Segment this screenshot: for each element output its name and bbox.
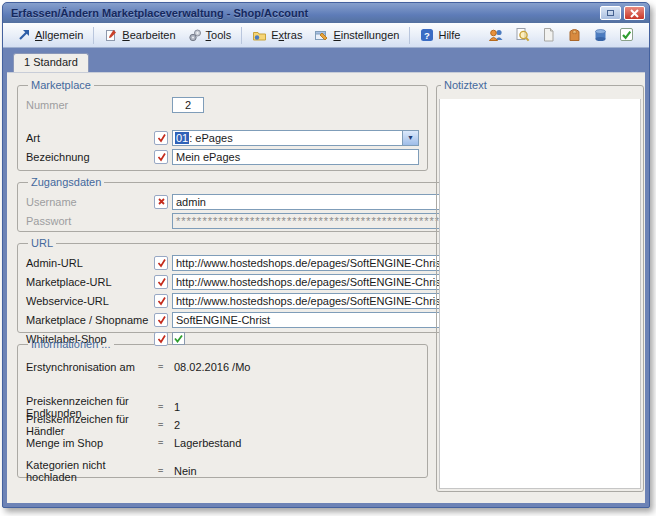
marketplace-url-field[interactable]: http://www.hostedshops.de/epages/SoftENG… xyxy=(172,274,481,290)
group-marketplace: Marketplace Nummer 2 Art xyxy=(17,79,428,171)
group-informationen: Informationen ... Erstynchronisation am … xyxy=(17,338,428,478)
group-notiztext: Notiztext xyxy=(436,79,644,492)
close-icon xyxy=(630,9,639,18)
notiztext-area[interactable] xyxy=(439,99,641,489)
info-value: 1 xyxy=(174,401,180,413)
menu-extras[interactable]: Extras xyxy=(246,26,308,44)
checkmark-icon xyxy=(173,333,184,344)
info-value: 08.02.2016 /Mo xyxy=(174,361,250,373)
admin-url-label: Admin-URL xyxy=(26,257,154,269)
shopname-label: Marketplace / Shopname xyxy=(26,314,154,326)
window-title: Erfassen/Ändern Marketplaceverwaltung - … xyxy=(11,7,597,19)
webservice-url-label: Webservice-URL xyxy=(26,295,154,307)
svg-text:?: ? xyxy=(425,30,431,41)
menu-bar: Allgemein Bearbeiten Tools E xyxy=(3,23,649,48)
document-icon[interactable] xyxy=(540,27,557,44)
equals-icon: = xyxy=(158,362,174,372)
search-icon[interactable] xyxy=(514,27,531,44)
equals-icon: = xyxy=(158,402,174,412)
bezeichnung-label: Bezeichnung xyxy=(26,151,154,163)
menu-bearbeiten[interactable]: Bearbeiten xyxy=(98,26,181,44)
close-button[interactable] xyxy=(624,6,645,20)
menu-allgemein[interactable]: Allgemein xyxy=(11,26,89,44)
art-selected-text: : ePages xyxy=(189,132,232,144)
info-label: Preiskennzeichen für Händler xyxy=(26,413,158,437)
dialog-window: Erfassen/Ändern Marketplaceverwaltung - … xyxy=(2,2,650,508)
arrow-up-right-icon xyxy=(17,28,31,42)
webservice-url-field[interactable]: http://www.hostedshops.de/epages/SoftENG… xyxy=(172,293,481,309)
bezeichnung-field[interactable]: Mein ePages xyxy=(172,149,419,165)
group-informationen-legend: Informationen ... xyxy=(28,338,114,350)
restore-icon xyxy=(607,10,614,16)
settings-icon xyxy=(314,28,329,42)
dropdown-arrow-icon[interactable]: ▼ xyxy=(402,131,418,145)
marketplace-url-label: Marketplace-URL xyxy=(26,276,154,288)
passwort-label: Passwort xyxy=(26,215,154,227)
required-check-icon xyxy=(154,294,168,308)
info-label: Menge im Shop xyxy=(26,437,158,449)
group-zugangsdaten-legend: Zugangsdaten xyxy=(28,176,104,188)
folder-icon xyxy=(252,28,267,42)
title-bar: Erfassen/Ändern Marketplaceverwaltung - … xyxy=(3,3,649,23)
group-zugangsdaten: Zugangsdaten Username admin Passwort xyxy=(17,176,506,232)
database-icon[interactable] xyxy=(592,27,609,44)
equals-icon: = xyxy=(158,438,174,448)
menu-einstellungen[interactable]: Einstellungen xyxy=(308,26,405,44)
required-x-icon xyxy=(154,195,168,209)
info-label: Erstynchronisation am xyxy=(26,361,158,373)
menu-separator xyxy=(241,27,242,44)
art-dropdown[interactable]: 01 : ePages ▼ xyxy=(172,130,419,146)
equals-icon: = xyxy=(158,466,174,476)
group-marketplace-legend: Marketplace xyxy=(28,79,94,91)
required-check-icon xyxy=(154,332,168,346)
menu-hilfe[interactable]: ? Hilfe xyxy=(414,26,466,44)
art-label: Art xyxy=(26,132,154,144)
tab-strip: 1 Standard xyxy=(3,48,649,72)
art-selected-code: 01 xyxy=(175,132,189,144)
info-label: Kategorien nicht hochladen xyxy=(26,459,158,483)
admin-url-field[interactable]: http://www.hostedshops.de/epages/SoftENG… xyxy=(172,255,481,271)
nummer-field: 2 xyxy=(172,97,204,113)
content-panel: Marketplace Nummer 2 Art xyxy=(7,72,645,503)
left-column: Marketplace Nummer 2 Art xyxy=(17,79,428,483)
menu-separator xyxy=(409,27,410,44)
info-value: Nein xyxy=(174,465,197,477)
menu-tools[interactable]: Tools xyxy=(182,26,238,44)
required-check-icon xyxy=(154,275,168,289)
required-check-icon xyxy=(154,313,168,327)
whitelabel-checkbox[interactable] xyxy=(172,332,185,345)
group-notiztext-legend: Notiztext xyxy=(441,79,490,91)
edit-icon xyxy=(104,28,118,42)
tab-standard[interactable]: 1 Standard xyxy=(13,53,89,72)
restore-button[interactable] xyxy=(600,6,621,20)
required-check-icon xyxy=(154,131,168,145)
toolbar-right xyxy=(488,27,641,44)
help-icon: ? xyxy=(420,28,434,42)
info-value: 2 xyxy=(174,419,180,431)
username-label: Username xyxy=(26,196,154,208)
check-icon[interactable] xyxy=(618,27,635,44)
required-check-icon xyxy=(154,150,168,164)
required-check-icon xyxy=(154,256,168,270)
gears-icon xyxy=(188,28,202,42)
menu-separator xyxy=(93,27,94,44)
group-url-legend: URL xyxy=(28,237,56,249)
info-value: Lagerbestand xyxy=(174,437,241,449)
equals-icon: = xyxy=(158,420,174,430)
nummer-label: Nummer xyxy=(26,99,154,111)
package-icon[interactable] xyxy=(566,27,583,44)
users-icon[interactable] xyxy=(488,27,505,44)
